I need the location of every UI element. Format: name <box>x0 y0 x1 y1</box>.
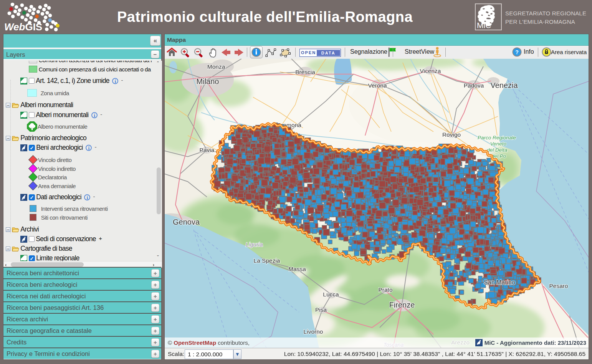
svg-text:Lucca: Lucca <box>323 291 339 298</box>
svg-text:Parco Regionale: Parco Regionale <box>478 135 516 141</box>
svg-text:Massa: Massa <box>288 266 306 272</box>
svg-text:Pavia: Pavia <box>200 147 215 153</box>
svg-text:del Delta: del Delta <box>487 147 508 153</box>
svg-text:Pesaro: Pesaro <box>549 283 568 289</box>
svg-text:Veneto: Veneto <box>490 141 507 147</box>
svg-text:Firenze: Firenze <box>389 301 415 309</box>
svg-text:?: ? <box>515 49 519 55</box>
svg-text:Genova: Genova <box>173 218 200 226</box>
svg-text:MiC: MiC <box>477 21 491 30</box>
svg-text:Livorno: Livorno <box>304 328 323 335</box>
svg-text:Verona: Verona <box>368 82 387 89</box>
svg-text:Pisa: Pisa <box>315 306 327 313</box>
svg-text:Prato: Prato <box>378 286 392 293</box>
svg-text:Monza: Monza <box>207 63 225 70</box>
svg-text:Rovigo: Rovigo <box>442 131 461 138</box>
svg-text:Padova: Padova <box>464 82 484 89</box>
svg-text:Liguria: Liguria <box>245 241 263 248</box>
svg-text:Milano: Milano <box>197 77 219 86</box>
svg-text:del Po: del Po <box>491 153 506 159</box>
svg-text:La Spezia: La Spezia <box>254 257 280 264</box>
svg-text:San Marino: San Marino <box>484 279 515 286</box>
svg-text:Vicenza: Vicenza <box>420 68 441 74</box>
svg-text:Brescia: Brescia <box>295 69 315 75</box>
svg-text:Venezia: Venezia <box>490 81 518 89</box>
